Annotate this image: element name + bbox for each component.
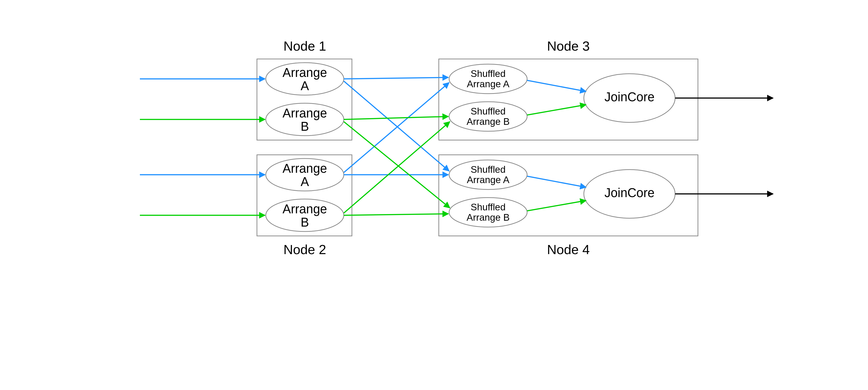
svg-text:Shuffled: Shuffled — [471, 202, 505, 212]
node-1: Node 1 Arrange A Arrange B — [257, 38, 352, 140]
shuffle-b-n1-n3 — [344, 116, 448, 119]
arrange-b-node1: Arrange B — [266, 103, 344, 136]
svg-text:Arrange B: Arrange B — [466, 116, 510, 127]
shuffle-b-n1-n4 — [344, 122, 450, 208]
svg-text:Arrange: Arrange — [282, 202, 327, 216]
node-4-title: Node 4 — [547, 242, 590, 257]
node-3-title: Node 3 — [547, 38, 590, 53]
svg-text:B: B — [301, 215, 309, 229]
shuffle-a-n1-n4 — [344, 81, 449, 171]
shuffle-b-n2-n4 — [344, 214, 448, 215]
joincore-label-3: JoinCore — [604, 90, 654, 104]
svg-text:A: A — [301, 175, 309, 189]
sa-to-join-n3 — [527, 80, 586, 91]
joincore-label-4: JoinCore — [604, 186, 654, 200]
node-2: Node 2 Arrange A Arrange B — [257, 155, 352, 257]
shuffle-a-n1-n3 — [344, 77, 448, 79]
node-2-title: Node 2 — [283, 242, 326, 257]
svg-text:Shuffled: Shuffled — [471, 164, 505, 175]
sb-to-join-n3 — [527, 105, 586, 115]
svg-text:Arrange: Arrange — [282, 162, 327, 175]
svg-text:Shuffled: Shuffled — [471, 106, 505, 116]
shuffle-b-n2-n3 — [344, 122, 450, 213]
shuffled-arrange-b-node3: Shuffled Arrange B — [449, 102, 527, 131]
svg-text:Arrange B: Arrange B — [466, 212, 510, 223]
joincore-node4: JoinCore — [584, 170, 675, 218]
shuffled-arrange-b-node4: Shuffled Arrange B — [449, 198, 527, 227]
shuffled-arrange-a-node4: Shuffled Arrange A — [449, 160, 527, 190]
diagram-canvas: Node 1 Arrange A Arrange B Node 2 Arrang… — [0, 0, 868, 390]
arrange-a-label-2: A — [301, 79, 309, 93]
arrange-a-node1: Arrange A — [266, 63, 344, 95]
sa-to-join-n4 — [527, 176, 586, 187]
svg-text:Shuffled: Shuffled — [471, 68, 505, 79]
arrange-b-label-1: Arrange — [282, 106, 327, 120]
sb-to-join-n4 — [527, 200, 586, 211]
svg-text:Arrange A: Arrange A — [467, 174, 509, 185]
node-4: Node 4 Shuffled Arrange A Shuffled Arran… — [439, 155, 698, 257]
node-3: Node 3 Shuffled Arrange A Shuffled Arran… — [439, 38, 698, 140]
node-1-title: Node 1 — [283, 38, 326, 53]
shuffled-arrange-a-node3: Shuffled Arrange A — [449, 64, 527, 94]
arrange-a-label-1: Arrange — [282, 65, 327, 80]
svg-text:Arrange A: Arrange A — [467, 79, 509, 89]
arrange-b-node2: Arrange B — [266, 199, 344, 231]
arrange-a-node2: Arrange A — [266, 159, 344, 191]
joincore-node3: JoinCore — [584, 74, 675, 122]
arrange-b-label-2: B — [301, 119, 309, 134]
shuffle-a-n2-n3 — [344, 83, 449, 172]
